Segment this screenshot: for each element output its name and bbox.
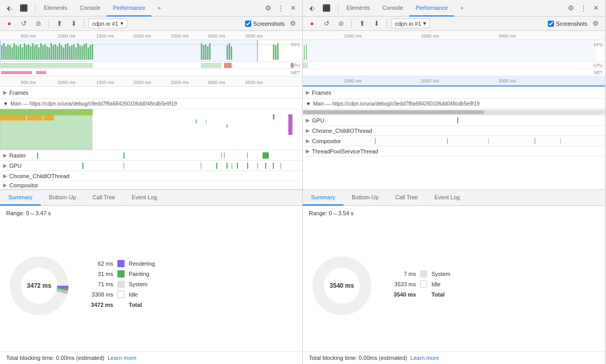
gpu-arrow-right[interactable]: ▶ bbox=[306, 117, 310, 123]
compositor-arrow-right[interactable]: ▶ bbox=[306, 138, 310, 144]
settings-icon-right[interactable]: ⚙ bbox=[565, 2, 577, 14]
detail-tick-2000-left: 2000 ms bbox=[133, 80, 151, 85]
cursor-icon[interactable]: ⬖ bbox=[3, 2, 15, 14]
reload-button-right[interactable]: ↺ bbox=[320, 18, 333, 30]
frames-row-left: ▶ Frames bbox=[0, 86, 302, 99]
fps-overview-left: FPS bbox=[0, 40, 302, 62]
url-chevron-right: ▾ bbox=[423, 20, 426, 27]
capture-settings-right[interactable]: ⚙ bbox=[590, 18, 602, 30]
svg-rect-101 bbox=[304, 45, 305, 60]
cpu-label-right: CPU bbox=[593, 63, 603, 68]
svg-rect-77 bbox=[37, 152, 38, 159]
main-row-right: ▼ Main — https://cdpn.io/una/debug/c9edd… bbox=[303, 99, 605, 109]
tab-elements-left[interactable]: Elements bbox=[38, 0, 74, 16]
clear-button-left[interactable]: ⊘ bbox=[32, 18, 44, 30]
reload-button-left[interactable]: ↺ bbox=[18, 18, 30, 30]
url-select-right[interactable]: cdpn.io #1 ▾ bbox=[391, 19, 430, 28]
childio-arrow-right[interactable]: ▶ bbox=[306, 128, 310, 133]
svg-rect-64 bbox=[1, 71, 32, 74]
tab-performance-left[interactable]: Performance bbox=[107, 0, 151, 16]
devtools-panel-right: ⬖ ⬛ Elements Console Performance » ⚙ ⋮ ✕… bbox=[303, 0, 605, 364]
tab-performance-right[interactable]: Performance bbox=[409, 0, 454, 16]
record-button-right[interactable]: ● bbox=[306, 18, 318, 30]
blocking-footer-right: Total blocking time: 0.00ms (estimated) … bbox=[303, 351, 605, 364]
dock-icon-right[interactable]: ⬛ bbox=[320, 2, 333, 14]
tab-calltree-left[interactable]: Call Tree bbox=[84, 190, 124, 205]
tab-console-right[interactable]: Console bbox=[376, 0, 409, 16]
compositor-chart-right bbox=[344, 136, 586, 146]
painting-color-left bbox=[117, 270, 125, 278]
screenshots-toggle-left[interactable]: Screenshots bbox=[245, 21, 285, 27]
legend-rendering-left: 62 ms Rendering bbox=[82, 260, 294, 267]
clear-button-right[interactable]: ⊘ bbox=[335, 18, 347, 30]
detail-tick-3000-right: 3000 ms bbox=[498, 78, 516, 83]
tab-elements-right[interactable]: Elements bbox=[340, 0, 376, 16]
fps-chart-right bbox=[303, 40, 596, 62]
download-button-left[interactable]: ⬇ bbox=[67, 18, 80, 30]
tick-2500-left: 2500 ms bbox=[171, 33, 189, 39]
screenshots-checkbox-left[interactable] bbox=[245, 21, 251, 27]
svg-rect-87 bbox=[227, 163, 228, 169]
screenshots-checkbox-right[interactable] bbox=[548, 21, 554, 27]
tab-console-left[interactable]: Console bbox=[74, 0, 107, 16]
tab-more-left[interactable]: » bbox=[151, 0, 167, 16]
settings-icon-left[interactable]: ⚙ bbox=[262, 2, 274, 14]
svg-rect-72 bbox=[196, 119, 197, 124]
tab-bottomup-left[interactable]: Bottom-Up bbox=[41, 190, 84, 205]
upload-button-left[interactable]: ⬆ bbox=[53, 18, 65, 30]
blocking-text-right: Total blocking time: 0.00ms (estimated) bbox=[309, 355, 407, 361]
tab-more-right[interactable]: » bbox=[454, 0, 470, 16]
url-select-left[interactable]: cdpn.io #1 ▾ bbox=[89, 19, 127, 28]
childio-arrow-left[interactable]: ▶ bbox=[3, 173, 7, 179]
more-icon-left[interactable]: ⋮ bbox=[274, 2, 287, 14]
screenshots-toggle-right[interactable]: Screenshots bbox=[548, 21, 587, 27]
svg-rect-80 bbox=[224, 152, 224, 159]
bottom-tabs-right: Summary Bottom-Up Call Tree Event Log bbox=[303, 189, 605, 206]
overview-ruler-left: 500 ms 1000 ms 1500 ms 2000 ms 2500 ms 3… bbox=[0, 31, 302, 40]
childio-row-left: ▶ Chrome_ChildIOThread bbox=[0, 171, 302, 181]
main-arrow-left[interactable]: ▼ bbox=[3, 101, 8, 107]
childio-label-left: Chrome_ChildIOThread bbox=[9, 173, 70, 179]
learn-more-link-left[interactable]: Learn more bbox=[108, 355, 136, 361]
tab-calltree-right[interactable]: Call Tree bbox=[387, 190, 426, 205]
download-button-right[interactable]: ⬇ bbox=[370, 18, 383, 30]
net-label-right: NET bbox=[594, 70, 603, 75]
svg-rect-94 bbox=[281, 163, 281, 169]
learn-more-link-right[interactable]: Learn more bbox=[410, 355, 439, 361]
dock-icon[interactable]: ⬛ bbox=[18, 2, 30, 14]
raster-arrow-left[interactable]: ▶ bbox=[3, 152, 7, 158]
toolbar-icons-right: ⬖ ⬛ bbox=[306, 2, 333, 14]
threadpool-arrow-right[interactable]: ▶ bbox=[306, 148, 310, 154]
net-label-left: NET bbox=[291, 70, 300, 75]
tab-summary-right[interactable]: Summary bbox=[303, 190, 343, 205]
tick-3000-right: 3000 ms bbox=[498, 33, 516, 39]
separator-1 bbox=[35, 4, 36, 13]
tab-summary-left[interactable]: Summary bbox=[0, 190, 41, 205]
record-button-left[interactable]: ● bbox=[3, 18, 15, 30]
fps-overview-right: FPS bbox=[303, 40, 605, 62]
svg-rect-83 bbox=[82, 163, 83, 169]
tab-bottomup-right[interactable]: Bottom-Up bbox=[343, 190, 387, 205]
compositor-arrow-left[interactable]: ▶ bbox=[3, 182, 7, 188]
cpu-label-left: CPU bbox=[290, 63, 300, 68]
main-scrollbar-right[interactable] bbox=[303, 109, 605, 115]
detail-tick-3500-left: 3500 ms bbox=[245, 80, 263, 85]
donut-label-right: 3540 ms bbox=[330, 282, 354, 289]
more-icon-right[interactable]: ⋮ bbox=[577, 2, 590, 14]
frames-arrow-right[interactable]: ▶ bbox=[306, 90, 310, 95]
capture-settings-left[interactable]: ⚙ bbox=[287, 18, 299, 30]
tab-eventlog-left[interactable]: Event Log bbox=[124, 190, 166, 205]
gpu-arrow-left[interactable]: ▶ bbox=[3, 163, 7, 168]
frames-arrow-left[interactable]: ▶ bbox=[3, 90, 7, 95]
upload-button-right[interactable]: ⬆ bbox=[356, 18, 368, 30]
main-arrow-right[interactable]: ▼ bbox=[306, 101, 311, 107]
detail-tick-1500-left: 1500 ms bbox=[96, 80, 114, 85]
toolbar-tabs-right: Elements Console Performance » bbox=[340, 0, 470, 16]
close-icon-left[interactable]: ✕ bbox=[287, 2, 299, 14]
tab-eventlog-right[interactable]: Event Log bbox=[426, 190, 469, 205]
cursor-icon-right[interactable]: ⬖ bbox=[306, 2, 318, 14]
tick-3500-left: 3500 ms bbox=[245, 33, 263, 39]
compositor-partial-left: ▶ Compositor bbox=[0, 181, 302, 189]
rendering-name-left: Rendering bbox=[129, 261, 155, 267]
close-icon-right[interactable]: ✕ bbox=[590, 2, 602, 14]
